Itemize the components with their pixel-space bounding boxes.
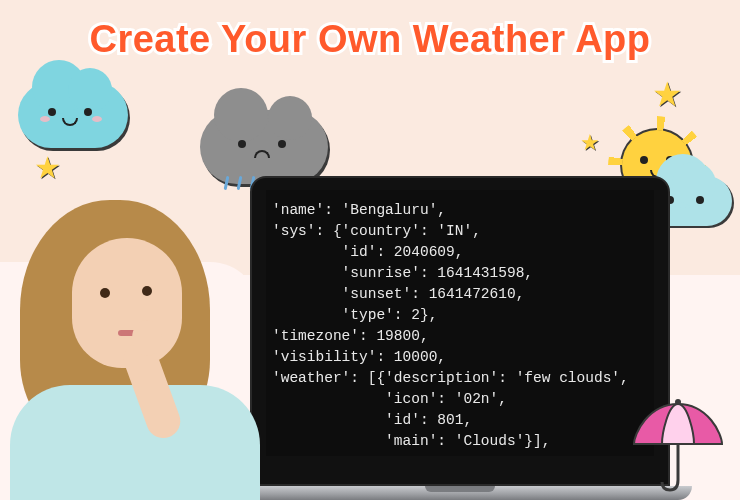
happy-cloud-icon — [18, 82, 128, 148]
star-icon: ★ — [34, 150, 61, 185]
thinking-girl-image — [0, 190, 280, 500]
laptop-bezel: 'name': 'Bengaluru', 'sys': {'country': … — [250, 176, 670, 486]
page-title: Create Your Own Weather App — [0, 18, 740, 61]
umbrella-icon — [628, 394, 728, 494]
sad-rain-cloud-icon — [200, 110, 328, 184]
laptop-base — [228, 486, 692, 500]
code-output: 'name': 'Bengaluru', 'sys': {'country': … — [266, 190, 654, 456]
star-icon: ★ — [652, 74, 682, 114]
svg-point-1 — [675, 399, 681, 405]
laptop: 'name': 'Bengaluru', 'sys': {'country': … — [250, 176, 670, 500]
